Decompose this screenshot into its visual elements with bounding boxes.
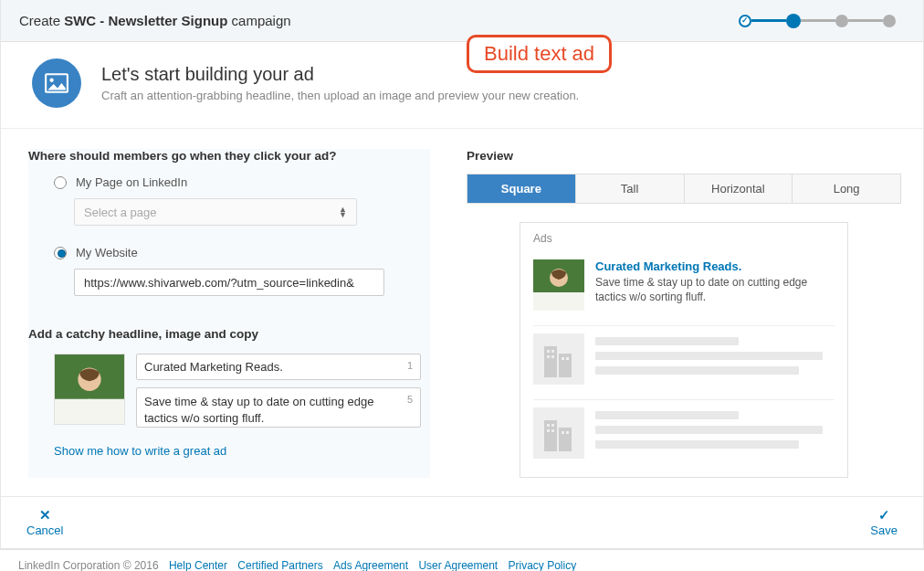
step-2-active[interactable] [786, 14, 801, 28]
select-placeholder: Select a page [84, 206, 157, 219]
footer-link-ads-agreement[interactable]: Ads Agreement [333, 559, 408, 571]
svg-rect-22 [547, 429, 550, 432]
char-counter: 1 [400, 360, 413, 374]
skeleton-line [595, 337, 739, 345]
ad-image-upload[interactable] [54, 354, 125, 425]
description-input[interactable]: Save time & stay up to date on cutting e… [136, 387, 421, 428]
headline-input[interactable]: Curated Marketing Reads. 1 [136, 354, 421, 380]
char-counter: 5 [400, 394, 413, 405]
svg-rect-23 [551, 429, 554, 432]
footer-legal: LinkedIn Corporation © 2016 Help Center … [0, 549, 924, 571]
preview-description: Save time & stay up to date on cutting e… [595, 275, 835, 304]
svg-rect-10 [559, 354, 572, 377]
destination-heading: Where should members go when they click … [28, 149, 421, 163]
page-select[interactable]: Select a page ▲▼ [74, 198, 357, 226]
radio-label: My Page on LinkedIn [76, 175, 187, 189]
preview-tabs: Square Tall Horizontal Long [467, 174, 901, 204]
input-value: https://www.shivarweb.com/?utm_source=li… [84, 276, 354, 290]
footer-link-privacy[interactable]: Privacy Policy [509, 559, 577, 571]
input-value: Save time & stay up to date on cutting e… [144, 394, 400, 426]
action-bar: ✕ Cancel ✓ Save [1, 496, 923, 548]
step-4[interactable] [883, 15, 896, 27]
tab-tall[interactable]: Tall [576, 174, 685, 203]
close-icon: ✕ [39, 508, 51, 522]
intro-subtitle: Craft an attention-grabbing headline, th… [101, 89, 579, 102]
svg-rect-9 [544, 346, 557, 377]
skeleton-line [595, 352, 823, 360]
writing-tips-link[interactable]: Show me how to write a great ad [28, 444, 226, 458]
svg-rect-19 [559, 428, 572, 451]
skeleton-line [595, 440, 799, 449]
copyright-text: LinkedIn Corporation © 2016 [18, 559, 159, 571]
svg-rect-21 [551, 424, 554, 427]
progress-stepper [739, 14, 896, 28]
svg-rect-25 [566, 431, 569, 434]
svg-point-1 [49, 79, 53, 82]
building-icon [533, 333, 584, 385]
svg-rect-15 [562, 357, 564, 360]
chevron-updown-icon: ▲▼ [339, 206, 347, 217]
tab-square[interactable]: Square [467, 174, 576, 203]
svg-rect-12 [551, 350, 554, 353]
skeleton-line [595, 411, 739, 419]
avatar-image [55, 354, 124, 424]
website-url-input[interactable]: https://www.shivarweb.com/?utm_source=li… [74, 269, 384, 296]
ad-form: Where should members go when they click … [28, 149, 430, 478]
svg-rect-14 [551, 355, 554, 358]
step-1-done[interactable] [739, 15, 751, 27]
svg-rect-11 [547, 350, 550, 353]
preview-placeholder-item [533, 326, 835, 400]
preview-panel: Preview Square Tall Horizontal Long Ads [448, 149, 901, 478]
preview-placeholder-item [533, 400, 835, 459]
footer-link-partners[interactable]: Certified Partners [237, 559, 322, 571]
input-value: Curated Marketing Reads. [144, 360, 283, 374]
ad-thumbnail [533, 259, 584, 311]
svg-rect-18 [544, 420, 557, 451]
svg-rect-16 [566, 357, 569, 360]
ads-label: Ads [533, 232, 835, 245]
ad-preview-box: Ads Curate [520, 222, 848, 478]
tab-horizontal[interactable]: Horizontal [685, 174, 793, 203]
radio-linkedin-page[interactable]: My Page on LinkedIn [28, 175, 421, 189]
tab-long[interactable]: Long [793, 174, 900, 203]
radio-my-website[interactable]: My Website [28, 246, 421, 259]
button-label: Save [870, 523, 898, 537]
button-label: Cancel [26, 523, 63, 537]
radio-icon [54, 247, 67, 259]
skeleton-line [595, 426, 823, 434]
save-button[interactable]: ✓ Save [870, 508, 898, 537]
preview-headline: Curated Marketing Reads. [595, 259, 835, 273]
preview-ad-item: Curated Marketing Reads. Save time & sta… [533, 252, 835, 326]
image-icon [32, 58, 81, 108]
footer-link-help[interactable]: Help Center [169, 559, 227, 571]
svg-rect-20 [547, 424, 550, 427]
radio-icon [54, 176, 67, 189]
annotation-callout: Build text ad [467, 35, 612, 73]
headline-heading: Add a catchy headline, image and copy [28, 327, 421, 341]
step-connector [801, 19, 835, 22]
radio-label: My Website [76, 246, 138, 259]
page-title: Create SWC - Newsletter Signup campaign [19, 13, 291, 28]
preview-heading: Preview [467, 149, 901, 163]
svg-rect-24 [562, 431, 564, 434]
footer-link-user-agreement[interactable]: User Agreement [418, 559, 498, 571]
building-icon [533, 407, 584, 459]
step-connector [848, 19, 883, 22]
intro-section: Let's start building your ad Craft an at… [1, 42, 923, 129]
svg-rect-13 [547, 355, 550, 358]
check-icon: ✓ [878, 508, 890, 522]
step-connector [751, 19, 786, 22]
campaign-header: Create SWC - Newsletter Signup campaign [1, 0, 923, 42]
cancel-button[interactable]: ✕ Cancel [26, 508, 63, 537]
step-3[interactable] [835, 15, 848, 27]
skeleton-line [595, 366, 799, 375]
